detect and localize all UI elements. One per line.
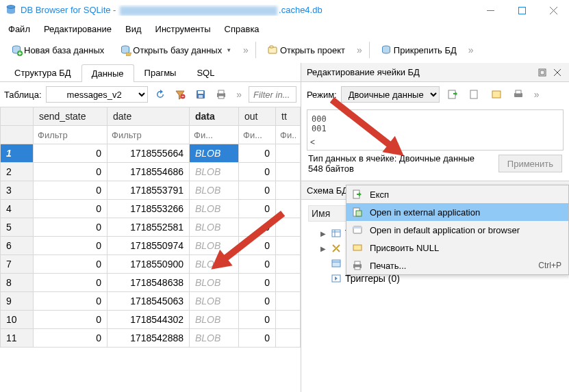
tab-pragmas[interactable]: Прагмы [134, 64, 187, 81]
panel-undock-button[interactable] [536, 66, 548, 79]
cell-type-info: Тип данных в ячейке: Двоичные данные [308, 153, 492, 164]
col-out[interactable]: out [239, 107, 276, 126]
menu-tools[interactable]: Инструменты [149, 22, 218, 36]
table-row[interactable]: 1001718544302BLOB0 [1, 311, 301, 329]
table-row[interactable]: 301718553791BLOB0 [1, 181, 301, 200]
project-open-icon [268, 45, 277, 55]
database-attach-icon [381, 45, 391, 55]
filter-input-tt[interactable] [276, 127, 300, 144]
cell-editor-header: Редактирование ячейки БД [301, 63, 569, 82]
cell-toolbar-overflow[interactable]: » [531, 89, 542, 100]
open-default-icon [351, 223, 364, 237]
title-bar: DB Browser for SQLite - .cache4.db [0, 0, 569, 21]
close-button[interactable] [538, 0, 569, 21]
cm-set-null[interactable]: Присвоить NULL [346, 239, 568, 257]
svg-rect-32 [470, 90, 477, 99]
window-title: DB Browser for SQLite - .cache4.db [21, 5, 475, 16]
filter-input-send-state[interactable] [34, 127, 107, 144]
attach-database-button[interactable]: Прикрепить БД [377, 43, 461, 57]
new-database-button[interactable]: Новая база данных [8, 43, 108, 57]
svg-rect-54 [355, 267, 360, 270]
filter-input-out[interactable] [239, 127, 275, 144]
col-send-state[interactable]: send_state [34, 107, 108, 126]
null-cell-button[interactable] [488, 86, 505, 103]
minimize-button[interactable] [475, 0, 506, 21]
table-row[interactable]: 101718555664BLOB0 [1, 144, 301, 163]
menu-bar: Файл Редактирование Вид Инструменты Спра… [0, 21, 569, 37]
col-date[interactable]: date [108, 107, 190, 126]
toolbar-overflow-2[interactable]: » [354, 44, 365, 55]
table-group-icon [331, 228, 341, 238]
menu-edit[interactable]: Редактирование [37, 22, 118, 36]
main-tabs: Структура БД Данные Прагмы SQL [0, 63, 301, 82]
table-label: Таблица: [4, 90, 42, 100]
data-table[interactable]: send_state date data out tt [0, 107, 301, 392]
cm-print[interactable]: Печать... Ctrl+P [346, 257, 568, 274]
print-icon [351, 259, 364, 272]
export-cell-button[interactable] [466, 86, 483, 103]
expand-icon[interactable]: ▶ [319, 230, 327, 237]
hex-viewer[interactable]: 000 001 < [307, 109, 564, 151]
table-toolbar-overflow[interactable]: » [233, 89, 244, 100]
table-row[interactable]: 401718553266BLOB0 [1, 200, 301, 218]
col-tt[interactable]: tt [276, 107, 301, 126]
toolbar-overflow-3[interactable]: » [466, 44, 477, 55]
toolbar-overflow[interactable]: » [240, 44, 251, 55]
context-menu: Експ Open in external application Open i… [346, 185, 569, 275]
table-row[interactable]: 701718550900BLOB0 [1, 255, 301, 274]
svg-rect-12 [270, 46, 273, 48]
svg-rect-50 [353, 226, 362, 228]
print-table-button[interactable] [213, 86, 229, 103]
toolbar-divider-2 [369, 42, 370, 58]
open-project-button[interactable]: Открыть проект [264, 43, 349, 57]
svg-rect-48 [356, 211, 362, 216]
svg-rect-35 [516, 90, 521, 94]
table-row[interactable]: 201718554686BLOB0 [1, 163, 301, 181]
open-external-icon [351, 205, 364, 219]
panel-close-button[interactable] [551, 66, 564, 79]
col-data[interactable]: data [190, 107, 239, 126]
svg-rect-22 [198, 91, 203, 94]
expand-icon[interactable]: ▶ [319, 245, 327, 252]
tab-structure[interactable]: Структура БД [4, 64, 81, 81]
refresh-button[interactable] [152, 86, 168, 103]
menu-help[interactable]: Справка [218, 22, 266, 36]
tab-sql[interactable]: SQL [186, 64, 225, 81]
svg-rect-23 [199, 95, 203, 98]
mode-select[interactable]: Двоичные данные [341, 86, 440, 103]
svg-rect-51 [353, 245, 362, 250]
table-row[interactable]: 601718550974BLOB0 [1, 237, 301, 255]
database-open-icon [121, 45, 130, 55]
filter-input-date[interactable] [108, 127, 189, 144]
svg-rect-28 [540, 70, 544, 75]
save-table-button[interactable] [192, 86, 209, 103]
views-group-icon [331, 259, 341, 268]
table-select[interactable]: messages_v2 [46, 86, 148, 103]
table-row[interactable]: 1101718542888BLOB0 [1, 329, 301, 348]
app-icon [5, 5, 16, 16]
filter-input-data[interactable] [190, 127, 238, 144]
apply-button[interactable]: Применить [498, 155, 562, 172]
menu-view[interactable]: Вид [118, 22, 149, 36]
export-icon [351, 187, 364, 201]
cm-open-default[interactable]: Open in default application or browser [346, 221, 568, 239]
tab-data[interactable]: Данные [81, 64, 134, 82]
menu-file[interactable]: Файл [1, 22, 37, 36]
database-new-icon [12, 45, 21, 55]
print-cell-button[interactable] [509, 86, 527, 103]
open-database-button[interactable]: Открыть базу данных ▼ [116, 43, 236, 57]
toolbar-divider [255, 42, 256, 58]
triggers-group-icon [331, 274, 341, 283]
import-cell-button[interactable] [444, 86, 461, 103]
svg-rect-3 [518, 7, 525, 14]
cm-export[interactable]: Експ [346, 185, 568, 203]
global-filter-input[interactable] [249, 86, 296, 103]
svg-rect-40 [332, 230, 340, 237]
table-row[interactable]: 901718545063BLOB0 [1, 292, 301, 311]
cm-open-external[interactable]: Open in external application [346, 203, 568, 221]
print-shortcut: Ctrl+P [538, 261, 561, 270]
table-row[interactable]: 801718548638BLOB0 [1, 274, 301, 292]
table-row[interactable]: 501718552581BLOB0 [1, 218, 301, 237]
clear-filters-button[interactable] [173, 86, 189, 103]
maximize-button[interactable] [506, 0, 538, 21]
